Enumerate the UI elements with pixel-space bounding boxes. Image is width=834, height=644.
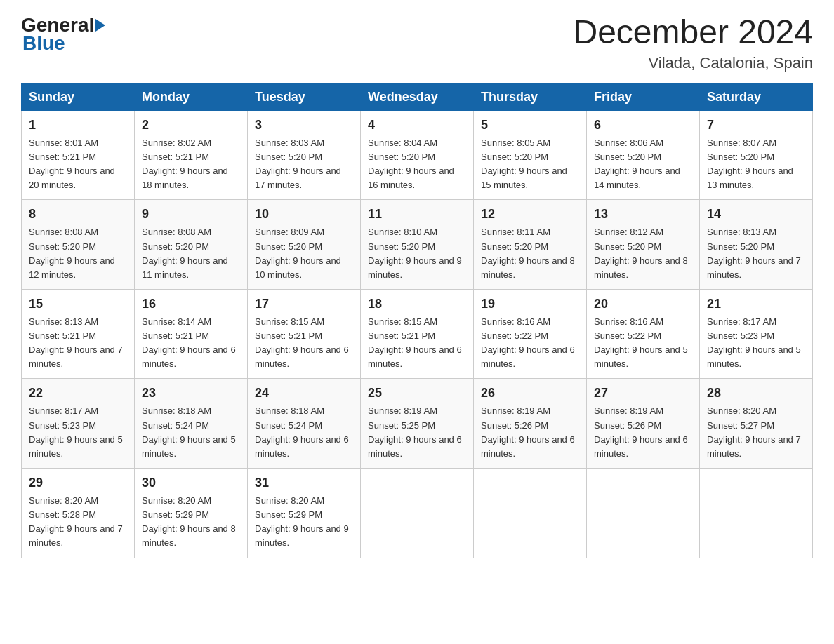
day-info: Sunrise: 8:16 AMSunset: 5:22 PMDaylight:… [481,316,575,369]
day-info: Sunrise: 8:02 AMSunset: 5:21 PMDaylight:… [142,137,228,190]
day-info: Sunrise: 8:17 AMSunset: 5:23 PMDaylight:… [29,405,123,458]
calendar-cell: 22 Sunrise: 8:17 AMSunset: 5:23 PMDaylig… [22,379,135,469]
day-info: Sunrise: 8:13 AMSunset: 5:20 PMDaylight:… [707,227,801,279]
week-row-1: 1 Sunrise: 8:01 AMSunset: 5:21 PMDayligh… [22,110,813,200]
day-number: 5 [481,116,579,135]
calendar-cell [700,469,813,558]
calendar-cell: 9 Sunrise: 8:08 AMSunset: 5:20 PMDayligh… [135,200,248,290]
calendar-cell: 26 Sunrise: 8:19 AMSunset: 5:26 PMDaylig… [474,379,587,469]
calendar-cell: 15 Sunrise: 8:13 AMSunset: 5:21 PMDaylig… [22,289,135,379]
page-header: General Blue December 2024 Vilada, Catal… [21,14,813,72]
day-number: 13 [594,205,692,224]
day-info: Sunrise: 8:20 AMSunset: 5:29 PMDaylight:… [142,495,236,548]
day-number: 14 [707,205,805,224]
week-row-5: 29 Sunrise: 8:20 AMSunset: 5:28 PMDaylig… [22,469,813,558]
day-info: Sunrise: 8:03 AMSunset: 5:20 PMDaylight:… [255,137,341,190]
calendar-cell: 10 Sunrise: 8:09 AMSunset: 5:20 PMDaylig… [248,200,361,290]
calendar-cell: 16 Sunrise: 8:14 AMSunset: 5:21 PMDaylig… [135,289,248,379]
title-area: December 2024 Vilada, Catalonia, Spain [573,14,813,72]
day-info: Sunrise: 8:11 AMSunset: 5:20 PMDaylight:… [481,227,575,279]
location-title: Vilada, Catalonia, Spain [573,54,813,72]
day-info: Sunrise: 8:20 AMSunset: 5:27 PMDaylight:… [707,405,801,458]
calendar-cell: 2 Sunrise: 8:02 AMSunset: 5:21 PMDayligh… [135,110,248,200]
calendar-cell: 21 Sunrise: 8:17 AMSunset: 5:23 PMDaylig… [700,289,813,379]
day-number: 11 [368,205,466,224]
day-info: Sunrise: 8:19 AMSunset: 5:26 PMDaylight:… [594,405,688,458]
day-info: Sunrise: 8:01 AMSunset: 5:21 PMDaylight:… [29,137,115,190]
calendar-cell: 25 Sunrise: 8:19 AMSunset: 5:25 PMDaylig… [361,379,474,469]
day-info: Sunrise: 8:12 AMSunset: 5:20 PMDaylight:… [594,227,688,279]
day-info: Sunrise: 8:20 AMSunset: 5:29 PMDaylight:… [255,495,349,548]
calendar-cell: 24 Sunrise: 8:18 AMSunset: 5:24 PMDaylig… [248,379,361,469]
calendar-cell: 29 Sunrise: 8:20 AMSunset: 5:28 PMDaylig… [22,469,135,558]
day-number: 29 [29,474,127,492]
month-title: December 2024 [573,14,813,51]
calendar-cell: 18 Sunrise: 8:15 AMSunset: 5:21 PMDaylig… [361,289,474,379]
day-info: Sunrise: 8:05 AMSunset: 5:20 PMDaylight:… [481,137,567,190]
calendar-cell: 12 Sunrise: 8:11 AMSunset: 5:20 PMDaylig… [474,200,587,290]
calendar-table: SundayMondayTuesdayWednesdayThursdayFrid… [21,83,813,558]
weekday-header-thursday: Thursday [474,83,587,110]
calendar-cell: 7 Sunrise: 8:07 AMSunset: 5:20 PMDayligh… [700,110,813,200]
day-number: 4 [368,116,466,135]
calendar-cell: 20 Sunrise: 8:16 AMSunset: 5:22 PMDaylig… [587,289,700,379]
day-number: 12 [481,205,579,224]
calendar-cell: 6 Sunrise: 8:06 AMSunset: 5:20 PMDayligh… [587,110,700,200]
day-number: 26 [481,384,579,403]
day-info: Sunrise: 8:13 AMSunset: 5:21 PMDaylight:… [29,316,123,369]
calendar-cell: 13 Sunrise: 8:12 AMSunset: 5:20 PMDaylig… [587,200,700,290]
calendar-cell [474,469,587,558]
day-number: 23 [142,384,240,403]
calendar-cell: 27 Sunrise: 8:19 AMSunset: 5:26 PMDaylig… [587,379,700,469]
day-number: 8 [29,205,127,224]
weekday-header-sunday: Sunday [22,83,135,110]
calendar-cell: 8 Sunrise: 8:08 AMSunset: 5:20 PMDayligh… [22,200,135,290]
logo-arrow-icon [95,19,105,32]
day-info: Sunrise: 8:15 AMSunset: 5:21 PMDaylight:… [255,316,349,369]
day-number: 9 [142,205,240,224]
calendar-cell [361,469,474,558]
day-number: 16 [142,295,240,314]
day-number: 21 [707,295,805,314]
day-number: 10 [255,205,353,224]
day-info: Sunrise: 8:19 AMSunset: 5:26 PMDaylight:… [481,405,575,458]
week-row-3: 15 Sunrise: 8:13 AMSunset: 5:21 PMDaylig… [22,289,813,379]
day-number: 15 [29,295,127,314]
week-row-4: 22 Sunrise: 8:17 AMSunset: 5:23 PMDaylig… [22,379,813,469]
calendar-cell: 5 Sunrise: 8:05 AMSunset: 5:20 PMDayligh… [474,110,587,200]
calendar-cell: 17 Sunrise: 8:15 AMSunset: 5:21 PMDaylig… [248,289,361,379]
calendar-cell: 23 Sunrise: 8:18 AMSunset: 5:24 PMDaylig… [135,379,248,469]
day-info: Sunrise: 8:08 AMSunset: 5:20 PMDaylight:… [29,227,115,279]
day-number: 7 [707,116,805,135]
day-number: 18 [368,295,466,314]
day-info: Sunrise: 8:15 AMSunset: 5:21 PMDaylight:… [368,316,462,369]
calendar-cell: 19 Sunrise: 8:16 AMSunset: 5:22 PMDaylig… [474,289,587,379]
calendar-cell: 1 Sunrise: 8:01 AMSunset: 5:21 PMDayligh… [22,110,135,200]
day-number: 31 [255,474,353,492]
weekday-header-row: SundayMondayTuesdayWednesdayThursdayFrid… [22,83,813,110]
day-number: 28 [707,384,805,403]
day-number: 1 [29,116,127,135]
day-number: 24 [255,384,353,403]
day-number: 22 [29,384,127,403]
calendar-cell: 31 Sunrise: 8:20 AMSunset: 5:29 PMDaylig… [248,469,361,558]
weekday-header-wednesday: Wednesday [361,83,474,110]
weekday-header-saturday: Saturday [700,83,813,110]
day-info: Sunrise: 8:07 AMSunset: 5:20 PMDaylight:… [707,137,793,190]
weekday-header-monday: Monday [135,83,248,110]
day-info: Sunrise: 8:09 AMSunset: 5:20 PMDaylight:… [255,227,341,279]
day-number: 2 [142,116,240,135]
day-info: Sunrise: 8:19 AMSunset: 5:25 PMDaylight:… [368,405,462,458]
day-info: Sunrise: 8:18 AMSunset: 5:24 PMDaylight:… [142,405,236,458]
calendar-cell: 3 Sunrise: 8:03 AMSunset: 5:20 PMDayligh… [248,110,361,200]
day-number: 19 [481,295,579,314]
day-number: 17 [255,295,353,314]
day-info: Sunrise: 8:17 AMSunset: 5:23 PMDaylight:… [707,316,801,369]
day-info: Sunrise: 8:06 AMSunset: 5:20 PMDaylight:… [594,137,680,190]
calendar-cell [587,469,700,558]
day-number: 30 [142,474,240,492]
weekday-header-tuesday: Tuesday [248,83,361,110]
day-info: Sunrise: 8:10 AMSunset: 5:20 PMDaylight:… [368,227,462,279]
weekday-header-friday: Friday [587,83,700,110]
day-info: Sunrise: 8:20 AMSunset: 5:28 PMDaylight:… [29,495,123,548]
